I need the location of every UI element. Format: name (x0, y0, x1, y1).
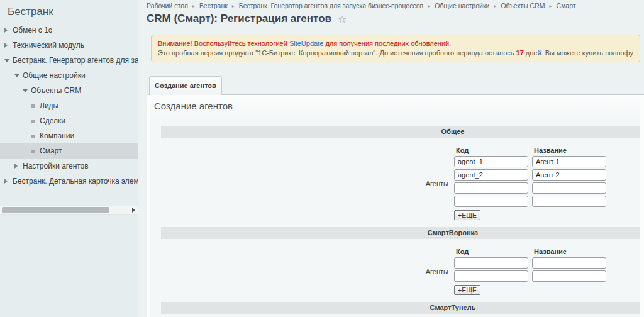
agent-code-input[interactable] (454, 196, 528, 207)
sidebar-menu: Обмен с 1сТехнический модульБестранк. Ге… (0, 23, 138, 189)
siteupdate-link[interactable]: SiteUpdate (289, 40, 323, 47)
window-scroll-gutter (640, 95, 644, 317)
notice-line-trial: Это пробная версия продукта "1С-Битрикс:… (158, 48, 633, 58)
agent-row (454, 257, 606, 269)
sidebar-item-link[interactable]: Объекты CRM (0, 83, 138, 98)
chevron-down-icon[interactable] (14, 74, 23, 77)
sidebar-item-label: Технический модуль (13, 41, 84, 50)
trial-notice: Внимание! Воспользуйтесь технологией Sit… (151, 35, 640, 62)
breadcrumb-item[interactable]: Бестранк (199, 2, 228, 9)
section-header: Общее (161, 126, 644, 138)
sidebar-item-label: Объекты CRM (31, 86, 81, 95)
section-header: СмартТунель (161, 302, 644, 314)
agents-grid: КодНазвание+ЕЩЕ (454, 248, 606, 295)
bullet-icon (31, 150, 40, 153)
breadcrumb-item[interactable]: Бестранк. Генератор агентов для запуска … (239, 2, 423, 9)
code-column-header: Код (454, 248, 528, 255)
breadcrumb-separator-icon: ▸ (232, 3, 235, 9)
breadcrumb-item[interactable]: Смарт (557, 2, 576, 9)
agent-name-input[interactable] (532, 182, 606, 194)
code-column-header: Код (454, 147, 528, 154)
add-more-button[interactable]: +ЕЩЕ (454, 285, 480, 295)
content-panel: Создание агентов ОбщееАгентыКодНазвание+… (147, 94, 644, 317)
notice-text: Внимание! Воспользуйтесь технологией (158, 40, 289, 47)
agents-grid: КодНазвание+ЕЩЕ (454, 147, 606, 220)
agent-row (454, 270, 606, 282)
sidebar-item-link[interactable]: Общие настройки (0, 68, 138, 83)
breadcrumb-separator-icon: ▸ (428, 3, 430, 9)
agent-row (454, 196, 606, 207)
sidebar-item-link[interactable]: Лиды (0, 98, 138, 113)
agent-code-input[interactable] (454, 270, 528, 282)
sidebar-item-label: Смарт (40, 147, 62, 155)
favorite-star-icon[interactable]: ☆ (338, 13, 347, 25)
breadcrumb-separator-icon: ▸ (494, 3, 496, 9)
agent-name-input[interactable] (532, 156, 606, 167)
form-section: СмартВоронкаАгентыКодНазвание+ЕЩЕ (154, 227, 644, 302)
bullet-icon (31, 120, 40, 123)
breadcrumb-item[interactable]: Общие настройки (435, 2, 489, 9)
sidebar-item-label: Сделки (40, 116, 65, 125)
sidebar-item-link[interactable]: Бестранк. Детальная карточка элемента сп… (0, 174, 138, 189)
notice-text: для получения последних обновлений. (323, 40, 451, 47)
sidebar-item-label: Бестранк. Генератор агентов для запуска … (13, 56, 138, 65)
agent-row (454, 182, 606, 194)
agent-code-input[interactable] (454, 182, 528, 194)
notice-text: Это пробная версия продукта "1С-Битрикс:… (158, 49, 516, 57)
agent-name-input[interactable] (532, 270, 606, 282)
agents-label: Агенты (154, 180, 448, 187)
sidebar-item-label: Лиды (40, 101, 58, 110)
section-header: СмартВоронка (161, 227, 644, 239)
agent-code-input[interactable] (454, 169, 528, 181)
sidebar-item-link[interactable]: Сделки (0, 113, 138, 128)
agent-name-input[interactable] (532, 257, 606, 269)
chevron-right-icon[interactable] (4, 28, 13, 33)
sidebar-item-link[interactable]: Настройки агентов (0, 158, 138, 174)
chevron-right-icon[interactable] (14, 164, 23, 169)
name-column-header: Название (532, 147, 606, 154)
breadcrumb-separator-icon: ▸ (550, 3, 552, 9)
page-title-text: CRM (Смарт): Регистрация агентов (147, 13, 331, 25)
agent-name-input[interactable] (532, 196, 606, 207)
page-title: CRM (Смарт): Регистрация агентов ☆ (147, 13, 347, 25)
chevron-right-icon[interactable] (4, 179, 13, 184)
agent-row (454, 169, 606, 181)
bullet-icon (31, 104, 40, 108)
sidebar-item-label: Общие настройки (23, 71, 86, 80)
sidebar-item-link[interactable]: Компании (0, 128, 138, 143)
scrollbar-thumb[interactable] (2, 207, 109, 213)
agent-form: ОбщееАгентыКодНазвание+ЕЩЕСмартВоронкаАг… (154, 126, 644, 314)
name-column-header: Название (532, 248, 606, 255)
sidebar-item-link[interactable]: Бестранк. Генератор агентов для запуска … (0, 53, 138, 68)
sidebar-horizontal-scrollbar[interactable] (0, 206, 138, 215)
add-more-button[interactable]: +ЕЩЕ (454, 210, 480, 220)
sidebar-item-link[interactable]: Обмен с 1с (0, 23, 138, 38)
scrollbar-right-arrow-icon[interactable] (132, 208, 135, 213)
agent-row (454, 156, 606, 167)
notice-line-update: Внимание! Воспользуйтесь технологией Sit… (158, 39, 633, 48)
tab-create-agents[interactable]: Создание агентов (149, 76, 222, 95)
agent-name-input[interactable] (532, 169, 606, 181)
sidebar-item-label: Компании (40, 131, 74, 140)
notice-text: дней. Вы можете купить полнофункциональн… (524, 49, 633, 57)
breadcrumb-item[interactable]: Рабочий стол (147, 2, 188, 9)
sidebar-item-label: Обмен с 1с (13, 26, 52, 35)
sidebar-title: Бестранк (0, 0, 138, 18)
breadcrumb: Рабочий стол▸Бестранк▸Бестранк. Генерато… (147, 2, 576, 9)
agents-label: Агенты (154, 268, 448, 275)
sidebar-item-label: Настройки агентов (23, 162, 89, 170)
chevron-right-icon[interactable] (4, 43, 13, 48)
chevron-down-icon[interactable] (23, 89, 31, 92)
days-remaining: 17 (516, 49, 524, 57)
sidebar: Бестранк Обмен с 1сТехнический модульБес… (0, 0, 138, 317)
chevron-down-icon[interactable] (4, 59, 13, 62)
sidebar-item-link[interactable]: Технический модуль (0, 38, 138, 53)
agent-code-input[interactable] (454, 257, 528, 269)
sidebar-item-label: Бестранк. Детальная карточка элемента сп… (13, 177, 138, 186)
form-heading: Создание агентов (154, 101, 644, 112)
agent-code-input[interactable] (454, 156, 528, 167)
bullet-icon (31, 135, 40, 138)
breadcrumb-separator-icon: ▸ (192, 3, 195, 9)
breadcrumb-item[interactable]: Объекты CRM (501, 2, 545, 9)
sidebar-item-selected[interactable]: Смарт (0, 143, 138, 158)
